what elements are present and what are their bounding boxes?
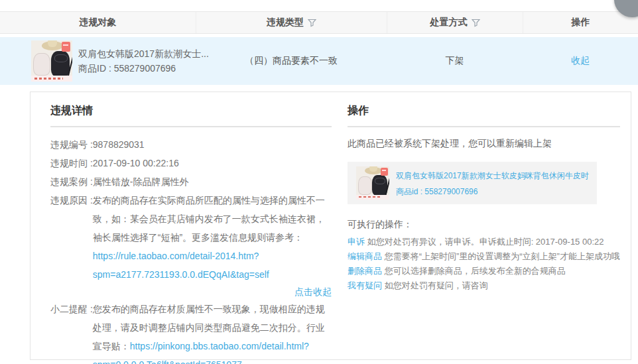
detail-right-column: 操作 此商品已经被系统下架处理，您可以重新编辑上架 双肩包女韩版2017新款潮女… <box>348 104 620 347</box>
hat-graphic <box>42 41 63 50</box>
column-label: 处置方式 <box>430 17 468 29</box>
product-thumbnail[interactable] <box>356 166 389 200</box>
system-notice-text: 此商品已经被系统下架处理，您可以重新编辑上架 <box>348 137 620 150</box>
field-value: 属性错放-除品牌属性外 <box>93 172 332 191</box>
collapse-row-link[interactable]: 收起 <box>571 55 590 66</box>
promo-strip-graphic <box>31 76 72 82</box>
edit-product-link[interactable]: 编辑商品 <box>348 251 382 261</box>
field-value: 9878829031 <box>93 135 332 154</box>
violation-detail-panel: 违规详情 违规编号 : 9878829031 违规时间 : 2017-09-10… <box>30 91 631 360</box>
white-backpack-graphic <box>358 176 372 195</box>
column-header-violation-type: 违规类型 <box>196 12 387 33</box>
column-header-disposal: 处置方式 <box>387 12 523 33</box>
table-header: 违规对象 违规类型 处置方式 操作 <box>0 11 638 34</box>
collapse-reason-link[interactable]: 点击收起 <box>294 286 332 297</box>
card-product-id: 商品id : 558279007696 <box>396 187 478 196</box>
black-backpack-graphic <box>372 175 387 196</box>
row-product-id: 商品ID : 558279007696 <box>78 61 209 76</box>
column-label: 违规对象 <box>80 17 117 29</box>
row-violation-type: （四）商品要素不一致 <box>196 55 387 67</box>
delete-product-operation: 删除商品 您可以选择删除商品，后续发布全新的合规商品 <box>348 264 620 278</box>
column-header-violation-object: 违规对象 <box>0 12 196 33</box>
promo-badge-graphic <box>381 168 388 176</box>
violation-case-row: 违规案例 : 属性错放-除品牌属性外 <box>50 172 332 191</box>
violation-reason-row: 违规原因 : 发布的商品存在实际商品所匹配的属性与选择的属性不一致，如：某会员在… <box>50 191 332 300</box>
black-backpack-graphic <box>51 51 70 76</box>
field-label: 违规编号 : <box>50 135 93 154</box>
rule-url-link[interactable]: https://rule.taobao.com/detail-2014.htm?… <box>93 251 269 280</box>
operation-description: 您可以选择删除商品，后续发布全新的合规商品 <box>385 266 566 276</box>
violation-time-row: 违规时间 : 2017-09-10 00:22:16 <box>50 154 332 172</box>
delete-product-link[interactable]: 删除商品 <box>348 266 382 276</box>
field-label: 违规案例 : <box>50 172 93 191</box>
appeal-link[interactable]: 申诉 <box>348 237 365 247</box>
column-label: 违规类型 <box>267 17 304 29</box>
reason-text: 发布的商品存在实际商品所匹配的属性与选择的属性不一致，如：某会员在其店铺内发布了… <box>93 195 325 243</box>
field-label: 小二提醒 : <box>50 300 93 364</box>
operation-description: 如您对处罚有异议，请申诉。申诉截止时间: 2017-09-15 00:22 <box>367 237 604 247</box>
column-label: 操作 <box>572 17 590 29</box>
field-value: 2017-09-10 00:22:16 <box>93 154 332 172</box>
product-thumbnail[interactable] <box>31 40 72 82</box>
staff-reminder-row: 小二提醒 : 您发布的商品存在材质属性不一致现象，现做相应的违规处理，请及时调整… <box>50 300 332 364</box>
hat-graphic <box>365 167 382 174</box>
question-link[interactable]: 我有疑问 <box>348 280 382 290</box>
row-product-cell: 双肩包女韩版2017新款潮女士... 商品ID : 558279007696 <box>0 40 196 82</box>
violation-row: 双肩包女韩版2017新款潮女士... 商品ID : 558279007696 （… <box>0 37 638 85</box>
column-header-action: 操作 <box>523 12 638 33</box>
row-disposal: 下架 <box>387 55 523 67</box>
promo-badge-graphic <box>62 42 70 51</box>
operation-description: 您需要将“上架时间”里的设置调整为“立刻上架”才能上架成功哦 <box>385 251 620 261</box>
column-gap <box>332 104 348 347</box>
field-label: 违规原因 : <box>50 191 93 300</box>
appeal-operation: 申诉 如您对处罚有异议，请申诉。申诉截止时间: 2017-09-15 00:22 <box>348 235 620 249</box>
row-product-title[interactable]: 双肩包女韩版2017新款潮女士... <box>78 46 209 61</box>
edit-product-operation: 编辑商品 您需要将“上架时间”里的设置调整为“立刻上架”才能上架成功哦 <box>348 249 620 264</box>
question-operation: 我有疑问 如您对处罚有疑问，请咨询 <box>348 278 620 293</box>
white-backpack-graphic <box>33 53 50 76</box>
operations-heading: 操作 <box>348 104 620 127</box>
filter-funnel-icon[interactable] <box>472 19 480 27</box>
product-card[interactable]: 双肩包女韩版2017新款潮女士软皮妈咪背包休闲牛皮时 商品id : 558279… <box>348 162 597 204</box>
filter-funnel-icon[interactable] <box>308 19 316 27</box>
available-operations-title: 可执行的操作： <box>348 219 620 231</box>
detail-left-column: 违规详情 违规编号 : 9878829031 违规时间 : 2017-09-10… <box>50 104 332 347</box>
field-label: 违规时间 : <box>50 154 93 172</box>
operation-description: 如您对处罚有疑问，请咨询 <box>385 280 488 290</box>
violation-number-row: 违规编号 : 9878829031 <box>50 135 332 154</box>
promo-strip-graphic <box>356 195 389 200</box>
detail-heading: 违规详情 <box>50 104 332 127</box>
card-product-title-link[interactable]: 双肩包女韩版2017新款潮女士软皮妈咪背包休闲牛皮时 <box>396 168 589 184</box>
